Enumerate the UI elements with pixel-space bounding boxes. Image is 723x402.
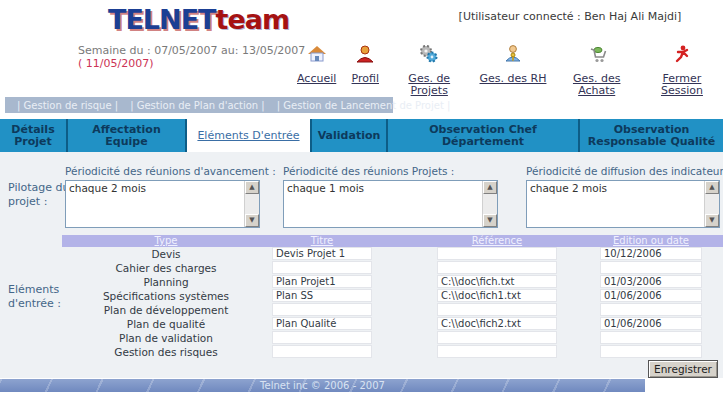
exit-icon bbox=[672, 44, 692, 64]
reference-input[interactable] bbox=[437, 345, 557, 358]
field-diffusion-indicateurs: Périodicité de diffusion des indicateurs… bbox=[526, 165, 723, 228]
menu-item-ges-rh[interactable]: Ges. des RH bbox=[480, 44, 547, 97]
current-date: ( 11/05/2007) bbox=[78, 57, 305, 70]
column-header-type[interactable]: Type bbox=[62, 235, 270, 247]
logo-telnet: TELNET bbox=[108, 4, 216, 35]
edition-input[interactable] bbox=[600, 247, 702, 260]
field-label: Périodicité des réunions d'avancement : bbox=[65, 165, 276, 177]
scrollbar[interactable]: ▲ ▼ bbox=[482, 181, 497, 227]
titre-input[interactable] bbox=[272, 317, 372, 330]
menu-item-accueil[interactable]: Accueil bbox=[297, 44, 336, 97]
table-row: Gestion des risques bbox=[0, 345, 723, 359]
row-type-label: Plan de qualité bbox=[62, 318, 270, 330]
titre-input[interactable] bbox=[272, 331, 372, 344]
scroll-up-icon[interactable]: ▲ bbox=[245, 181, 259, 194]
row-type-label: Cahier des charges bbox=[62, 262, 270, 274]
app-window: TELNETteam [Utilisateur connecté : Ben H… bbox=[0, 0, 723, 402]
edition-input[interactable] bbox=[600, 331, 702, 344]
row-type-label: Plan de validation bbox=[62, 332, 270, 344]
column-header-reference[interactable]: Référence bbox=[437, 235, 557, 247]
field-reunions-avancement: Périodicité des réunions d'avancement : … bbox=[65, 165, 276, 228]
row-type-label: Devis bbox=[62, 248, 270, 260]
reference-input[interactable] bbox=[437, 303, 557, 316]
edition-input[interactable] bbox=[600, 261, 702, 274]
cart-icon bbox=[587, 44, 607, 64]
row-type-label: Plan de développement bbox=[62, 304, 270, 316]
top-menu: Accueil Profil Ges. de Projets Ges. des … bbox=[297, 44, 717, 97]
edition-input[interactable] bbox=[600, 317, 702, 330]
edition-input[interactable] bbox=[600, 275, 702, 288]
field-reunions-projets: Périodicité des réunions Projets : chaqu… bbox=[283, 165, 498, 228]
edition-input[interactable] bbox=[600, 303, 702, 316]
reunions-avancement-textarea[interactable]: chaque 2 mois bbox=[66, 181, 244, 227]
reunions-projets-textarea[interactable]: chaque 1 mois bbox=[284, 181, 482, 227]
footer-bar: Telnet inc © 2006 - 2007 bbox=[0, 379, 645, 392]
tab-observation-chef[interactable]: Observation Chef Département bbox=[388, 119, 580, 152]
menu-label: Ges. des RH bbox=[480, 73, 547, 85]
scroll-down-icon[interactable]: ▼ bbox=[483, 214, 497, 227]
reference-input[interactable] bbox=[437, 331, 557, 344]
tab-elements-entree[interactable]: Eléments D'entrée bbox=[187, 119, 312, 152]
scroll-down-icon[interactable]: ▼ bbox=[245, 214, 259, 227]
field-label: Périodicité des réunions Projets : bbox=[283, 165, 498, 177]
reference-input[interactable] bbox=[437, 317, 557, 330]
telnet-team-logo: TELNETteam bbox=[108, 4, 289, 35]
table-row: Plan de développement bbox=[0, 303, 723, 317]
edition-input[interactable] bbox=[600, 345, 702, 358]
table-row: Plan de qualité bbox=[0, 317, 723, 331]
tab-observation-qualite[interactable]: Observation Responsable Qualité bbox=[580, 119, 723, 152]
save-button[interactable]: Enregistrer bbox=[648, 360, 718, 378]
menu-label: Ges. de Projets bbox=[394, 73, 464, 97]
nav-gestion-lancement[interactable]: | Gestion de Lancement de Projet | bbox=[277, 100, 451, 111]
scrollbar[interactable]: ▲ ▼ bbox=[244, 181, 259, 227]
row-type-label: Gestion des risques bbox=[62, 346, 270, 358]
titre-input[interactable] bbox=[272, 247, 372, 260]
titre-input[interactable] bbox=[272, 345, 372, 358]
scroll-up-icon[interactable]: ▲ bbox=[483, 181, 497, 194]
week-range-label: Semaine du : 07/05/2007 au: 13/05/2007 (… bbox=[78, 44, 305, 70]
tab-affectation-equipe[interactable]: Affectation Equipe bbox=[68, 119, 187, 152]
table-row: Plan de validation bbox=[0, 331, 723, 345]
nav-gestion-plan-action[interactable]: | Gestion de Plan d'action | bbox=[130, 100, 265, 111]
row-type-label: Planning bbox=[62, 276, 270, 288]
column-header-titre[interactable]: Titre bbox=[272, 235, 372, 247]
connected-user-label: [Utilisateur connecté : Ben Haj Ali Majd… bbox=[430, 10, 710, 23]
nav-gestion-risque[interactable]: | Gestion de risque | bbox=[17, 100, 118, 111]
titre-input[interactable] bbox=[272, 261, 372, 274]
scroll-down-icon[interactable]: ▼ bbox=[705, 214, 719, 227]
edition-input[interactable] bbox=[600, 289, 702, 302]
menu-label: Profil bbox=[352, 73, 379, 85]
row-type-label: Spécifications systèmes bbox=[62, 290, 270, 302]
logo-team: team bbox=[216, 4, 290, 35]
table-row: Planning bbox=[0, 275, 723, 289]
home-icon bbox=[307, 44, 327, 64]
menu-item-ges-achats[interactable]: Ges. des Achats bbox=[562, 44, 632, 97]
elements-table: Devis Cahier des charges Planning Spécif… bbox=[0, 247, 723, 359]
reference-input[interactable] bbox=[437, 261, 557, 274]
tab-validation[interactable]: Validation bbox=[312, 119, 388, 152]
scroll-up-icon[interactable]: ▲ bbox=[705, 181, 719, 194]
titre-input[interactable] bbox=[272, 289, 372, 302]
table-row: Cahier des charges bbox=[0, 261, 723, 275]
table-row: Spécifications systèmes bbox=[0, 289, 723, 303]
person-key-icon bbox=[503, 44, 523, 64]
pilotage-section-label: Pilotage du projet : bbox=[8, 181, 70, 209]
secondary-nav: | Gestion de risque | | Gestion de Plan … bbox=[5, 97, 393, 113]
field-label: Périodicité de diffusion des indicateurs… bbox=[526, 165, 723, 177]
titre-input[interactable] bbox=[272, 303, 372, 316]
week-dates: Semaine du : 07/05/2007 au: 13/05/2007 bbox=[78, 44, 305, 57]
scrollbar[interactable]: ▲ ▼ bbox=[704, 181, 719, 227]
menu-label: Accueil bbox=[297, 73, 336, 85]
titre-input[interactable] bbox=[272, 275, 372, 288]
column-header-edition[interactable]: Edition ou date bbox=[600, 235, 702, 247]
tab-details-projet[interactable]: Détails Projet bbox=[0, 119, 68, 152]
reference-input[interactable] bbox=[437, 289, 557, 302]
reference-input[interactable] bbox=[437, 247, 557, 260]
menu-label: Fermer Session bbox=[647, 73, 717, 97]
menu-item-profil[interactable]: Profil bbox=[352, 44, 379, 97]
reference-input[interactable] bbox=[437, 275, 557, 288]
diffusion-indicateurs-textarea[interactable]: chaque 2 mois bbox=[527, 181, 704, 227]
gears-icon bbox=[419, 44, 439, 64]
menu-item-fermer-session[interactable]: Fermer Session bbox=[647, 44, 717, 97]
menu-item-ges-projets[interactable]: Ges. de Projets bbox=[394, 44, 464, 97]
